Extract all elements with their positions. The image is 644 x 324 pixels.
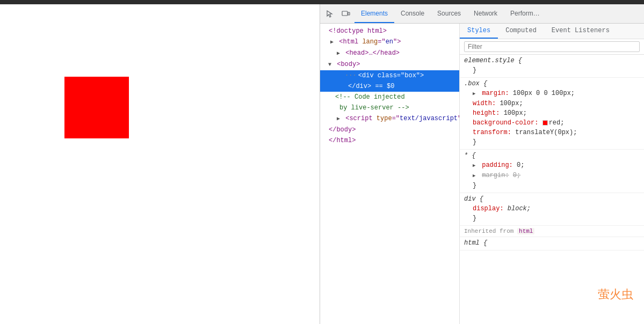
css-star-selector: * { (464, 152, 640, 159)
devtools-panel: Elements Console Sources Network Perform… (320, 4, 644, 324)
css-element-style-selector: element.style { (464, 57, 640, 64)
dom-context-dots[interactable]: ··· (344, 72, 357, 79)
body-close-tag: </body> (329, 126, 356, 134)
dom-div-selected[interactable]: ··· <div class="box"> (320, 70, 459, 81)
comment-text-2: by live-server --> (339, 104, 409, 112)
dom-html-close[interactable]: </html> (320, 135, 459, 146)
css-div-rule: div { display: block; } (460, 193, 644, 226)
css-star-rule: * { ▶ padding: 0; ▶ margin: 0; } (460, 150, 644, 193)
styles-filter-input[interactable] (464, 41, 640, 52)
script-type-value: text/javascript (400, 115, 458, 122)
html-tag-open: <html (339, 38, 362, 46)
watermark: 萤火虫 (598, 286, 633, 303)
styles-panel: Styles Computed Event Listeners element.… (460, 24, 644, 324)
doctype-text: <!doctype html> (329, 27, 387, 35)
css-div-close: } (464, 213, 640, 223)
inherited-from-code: html (517, 228, 534, 234)
device-toggle-icon[interactable] (338, 6, 353, 21)
red-box-preview (64, 77, 129, 138)
dom-head[interactable]: ▶ <head>…</head> (320, 48, 459, 59)
css-html-selector: html { (464, 239, 640, 247)
css-star-close: } (464, 181, 640, 190)
styles-filter-bar (460, 39, 644, 55)
css-box-rule: .box { ▶ margin: 100px 0 0 100px; width:… (460, 78, 644, 150)
inherited-header: Inherited from html (460, 226, 644, 237)
comment-text: <!-- Code injected (335, 93, 405, 101)
devtools-nav: Elements Console Sources Network Perform… (320, 4, 644, 24)
dom-body-close[interactable]: </body> (320, 124, 459, 135)
div-class-value: box (404, 72, 416, 79)
css-height: height: 100px; (464, 108, 640, 118)
color-swatch-red[interactable] (542, 120, 548, 126)
dom-doctype[interactable]: <!doctype html> (320, 26, 459, 36)
tab-performance[interactable]: Perform… (504, 4, 546, 23)
dom-html-open[interactable]: ▶ <html lang="en"> (320, 36, 459, 48)
html-close-tag: </html> (329, 137, 356, 144)
devtools-body: <!doctype html> ▶ <html lang="en"> ▶ <he… (320, 24, 644, 324)
css-element-style: element.style { } (460, 55, 644, 78)
svg-rect-1 (348, 12, 350, 15)
dom-panel[interactable]: <!doctype html> ▶ <html lang="en"> ▶ <he… (320, 24, 460, 324)
css-transform: transform: translateY(0px); (464, 128, 640, 137)
tab-network[interactable]: Network (467, 4, 504, 23)
svg-rect-0 (342, 11, 348, 16)
tab-console[interactable]: Console (394, 4, 431, 23)
padding-triangle[interactable]: ▶ (473, 161, 478, 171)
top-bar (0, 0, 644, 4)
tab-elements[interactable]: Elements (354, 4, 394, 23)
css-div-selector: div { (464, 195, 640, 203)
css-display: display: block; (464, 204, 640, 213)
div-close-tag: </div> == $0 (348, 83, 394, 90)
main-area: Elements Console Sources Network Perform… (0, 4, 644, 324)
html-lang-value: en (386, 38, 393, 46)
subtab-computed[interactable]: Computed (498, 24, 544, 39)
devtools-tabs: Elements Console Sources Network Perform… (354, 4, 546, 23)
head-triangle[interactable]: ▶ (335, 49, 342, 58)
cursor-inspect-icon[interactable] (322, 6, 337, 21)
css-margin-star: ▶ margin: 0; (464, 171, 640, 181)
dom-comment[interactable]: <!-- Code injected (320, 92, 459, 102)
dom-comment-2[interactable]: by live-server --> (320, 102, 459, 113)
dom-script[interactable]: ▶ <script type="text/javascript">…</scri… (320, 113, 459, 124)
css-box-selector: .box { (464, 80, 640, 87)
tab-sources[interactable]: Sources (431, 4, 467, 23)
body-triangle[interactable]: ▼ (327, 60, 333, 70)
body-tag-open: <body> (337, 61, 360, 68)
css-element-style-close: } (464, 65, 640, 75)
css-box-close: } (464, 137, 640, 147)
dom-body-open[interactable]: ▼ <body> (320, 59, 459, 70)
css-html-rule: html { (460, 237, 644, 251)
styles-subtabs: Styles Computed Event Listeners (460, 24, 644, 39)
div-tag-open: <div (358, 72, 378, 79)
div-class-attr: class (378, 72, 397, 79)
css-width: width: 100px; (464, 99, 640, 108)
subtab-event-listeners[interactable]: Event Listeners (544, 24, 617, 39)
script-tag-open: <script (345, 115, 377, 122)
html-lang-attr: lang (362, 38, 378, 46)
margin-triangle[interactable]: ▶ (473, 89, 478, 99)
css-background-color: background-color: red; (464, 118, 640, 128)
head-tag: <head> (345, 49, 368, 57)
script-type-attr: type (377, 115, 392, 122)
script-triangle[interactable]: ▶ (335, 114, 342, 124)
margin-star-triangle[interactable]: ▶ (473, 171, 478, 181)
dom-div-close[interactable]: </div> == $0 (320, 81, 459, 92)
preview-pane (0, 4, 320, 324)
subtab-styles[interactable]: Styles (460, 24, 498, 39)
css-padding: ▶ padding: 0; (464, 160, 640, 171)
css-margin: ▶ margin: 100px 0 0 100px; (464, 89, 640, 99)
html-triangle[interactable]: ▶ (329, 38, 335, 47)
